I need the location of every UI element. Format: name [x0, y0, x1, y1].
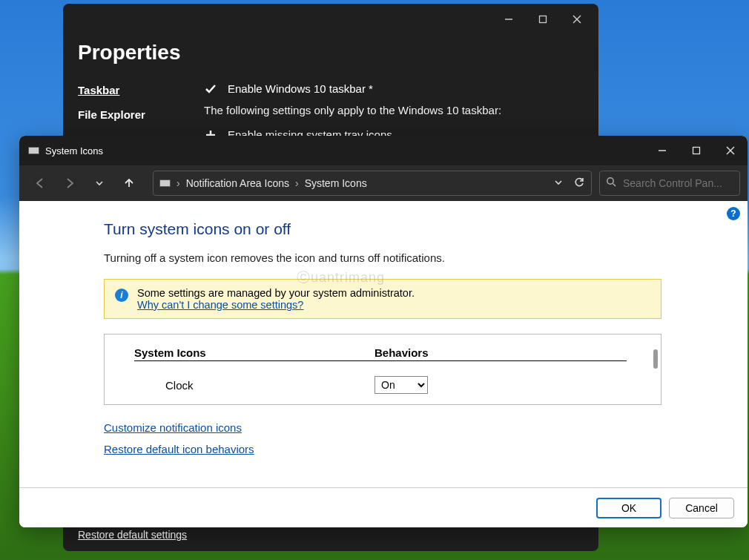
- recent-dropdown-button[interactable]: [86, 170, 113, 197]
- control-panel-icon: [28, 147, 39, 154]
- check-icon: [204, 83, 217, 95]
- sidebar-item-taskbar[interactable]: Taskbar: [78, 78, 197, 102]
- search-icon: [606, 177, 617, 190]
- customize-link[interactable]: Customize notification icons: [104, 405, 748, 434]
- search-box[interactable]: [599, 171, 740, 196]
- svg-rect-7: [693, 148, 700, 154]
- admin-notice-text: Some settings are managed by your system…: [137, 287, 415, 299]
- icon-name: Clock: [134, 379, 374, 392]
- address-bar[interactable]: › Notification Area Icons › System Icons: [153, 171, 592, 196]
- system-icons-window: System Icons › N: [19, 136, 748, 527]
- minimize-button[interactable]: [492, 8, 526, 30]
- svg-point-10: [607, 178, 613, 184]
- control-panel-icon: [159, 179, 171, 187]
- help-icon[interactable]: ?: [727, 207, 740, 220]
- chevron-right-icon: ›: [176, 177, 180, 189]
- column-header-system-icons: System Icons: [134, 346, 374, 361]
- behavior-select[interactable]: On: [374, 376, 428, 394]
- cancel-button[interactable]: Cancel: [669, 498, 734, 518]
- cp-toolbar: › Notification Area Icons › System Icons: [19, 165, 748, 201]
- setting-row[interactable]: Enable Windows 10 taskbar *: [204, 78, 584, 99]
- page-heading: Turn system icons on or off: [104, 220, 748, 238]
- cp-content: ? Turn system icons on or off Turning of…: [19, 201, 748, 487]
- page-subheading: Turning off a system icon removes the ic…: [104, 251, 748, 264]
- refresh-icon[interactable]: [573, 177, 585, 191]
- cp-titlebar: System Icons: [19, 136, 748, 165]
- breadcrumb[interactable]: Notification Area Icons: [186, 177, 289, 189]
- close-button[interactable]: [560, 8, 594, 30]
- ok-button[interactable]: OK: [596, 498, 661, 518]
- setting-description: The following settings only apply to the…: [204, 99, 584, 124]
- chevron-down-icon[interactable]: [554, 177, 563, 189]
- restore-defaults-link[interactable]: Restore default settings: [78, 529, 187, 541]
- info-icon: i: [115, 289, 128, 302]
- table-row: Clock On: [105, 364, 661, 394]
- svg-rect-1: [540, 16, 547, 23]
- forward-button[interactable]: [56, 170, 83, 197]
- properties-titlebar: [63, 4, 598, 35]
- close-button[interactable]: [713, 136, 748, 165]
- admin-notice: i Some settings are managed by your syst…: [104, 279, 661, 319]
- search-input[interactable]: [623, 177, 733, 189]
- sidebar-item-file-explorer[interactable]: File Explorer: [78, 102, 197, 127]
- maximize-button[interactable]: [679, 136, 713, 165]
- maximize-button[interactable]: [526, 8, 560, 30]
- back-button[interactable]: [27, 170, 53, 197]
- up-button[interactable]: [116, 170, 142, 197]
- cp-footer: OK Cancel: [19, 487, 748, 527]
- scrollbar-thumb[interactable]: [653, 349, 658, 369]
- chevron-right-icon: ›: [295, 177, 299, 189]
- minimize-button[interactable]: [645, 136, 679, 165]
- window-title: System Icons: [45, 145, 103, 157]
- restore-link[interactable]: Restore default icon behaviors: [104, 434, 748, 455]
- setting-label: Enable Windows 10 taskbar *: [228, 82, 373, 95]
- properties-title: Properties: [63, 35, 598, 78]
- svg-line-11: [613, 184, 616, 187]
- admin-notice-link[interactable]: Why can't I change some settings?: [137, 299, 303, 311]
- breadcrumb[interactable]: System Icons: [305, 177, 367, 189]
- icons-table: System Icons Behaviors Clock On: [104, 334, 661, 405]
- column-header-behaviors: Behaviors: [374, 346, 627, 361]
